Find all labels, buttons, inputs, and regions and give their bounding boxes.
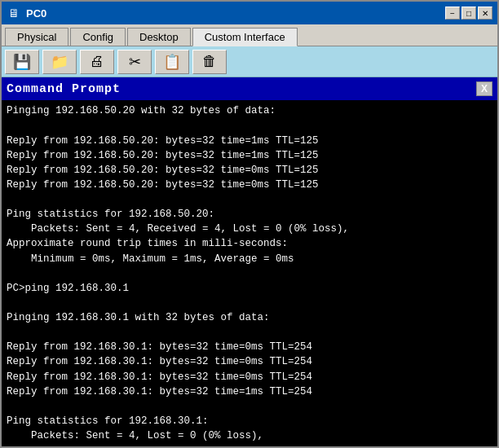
window-icon: 🖥	[7, 6, 21, 20]
toolbar-btn-5[interactable]: 📋	[155, 50, 189, 74]
minimize-button[interactable]: −	[445, 7, 460, 20]
cmd-prompt-header: Command Prompt X	[2, 77, 497, 100]
toolbar-btn-6[interactable]: 🗑	[192, 50, 227, 74]
maximize-button[interactable]: □	[461, 7, 476, 20]
title-bar: 🖥 PC0 − □ ✕	[2, 2, 497, 24]
cmd-prompt-title: Command Prompt	[7, 82, 121, 96]
toolbar-btn-1[interactable]: 💾	[5, 50, 39, 74]
main-window: 🖥 PC0 − □ ✕ Physical Config Desktop Cust…	[0, 0, 499, 448]
terminal[interactable]: PC>ping 192.168.50.20 Pinging 192.168.50…	[2, 100, 497, 446]
cmd-close-button[interactable]: X	[476, 81, 492, 96]
terminal-wrapper: PC>ping 192.168.50.20 Pinging 192.168.50…	[2, 100, 497, 446]
window-title: PC0	[26, 7, 445, 20]
tab-custom-interface[interactable]: Custom Interface	[192, 28, 298, 46]
toolbar-btn-4[interactable]: ✂	[117, 50, 152, 74]
toolbar-btn-3[interactable]: 🖨	[80, 50, 114, 74]
terminal-content: PC>ping 192.168.50.20 Pinging 192.168.50…	[7, 103, 489, 443]
tab-physical[interactable]: Physical	[5, 28, 68, 46]
toolbar: 💾 📁 🖨 ✂ 📋 🗑	[2, 46, 497, 77]
close-button[interactable]: ✕	[478, 7, 492, 20]
tab-bar: Physical Config Desktop Custom Interface	[2, 24, 497, 46]
title-bar-buttons: − □ ✕	[445, 7, 492, 20]
terminal-scroll[interactable]: PC>ping 192.168.50.20 Pinging 192.168.50…	[7, 103, 492, 443]
toolbar-btn-2[interactable]: 📁	[42, 50, 77, 74]
tab-desktop[interactable]: Desktop	[127, 28, 191, 46]
tab-config[interactable]: Config	[70, 28, 126, 46]
